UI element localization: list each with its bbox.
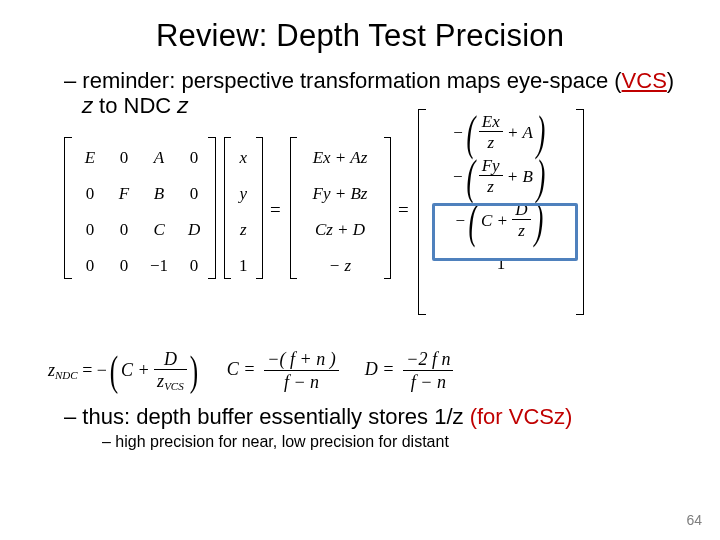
highlight-box [432,203,578,261]
bullet-thus: thus: depth buffer essentially stores 1/… [34,404,686,429]
bullet-reminder-text-a: reminder: perspective transformation map… [82,68,621,93]
vcs-underlined: VCS [622,68,667,93]
d-formula: D = −2 f nf − n [365,349,454,393]
input-vector: x y z 1 [231,139,256,285]
vec-mid-bracket-left [290,137,297,279]
bullet-reminder-text-b: ) [667,68,674,93]
z-ndc-formula: zNDC = −(C + DzVCS) [48,349,201,394]
bullet-thus-text: thus: depth buffer essentially stores 1/… [82,404,469,429]
ndc-row-0: −( Exz + A) [426,111,576,155]
equals-2: = [398,199,409,221]
bullet-reminder: reminder: perspective transformation map… [34,68,686,119]
bullet-thus-red: (for VCSz) [470,404,573,429]
equals-1: = [270,199,281,221]
vec-in-bracket-left [224,137,231,279]
vec-mid-bracket-right [384,137,391,279]
z-italic-1: z [82,93,93,118]
projection-matrix: E0A0 0FB0 00CD 00−10 [72,139,212,285]
equation-area: E0A0 0FB0 00CD 00−10 x y z 1 = Ex + Az F… [34,125,686,335]
page-number: 64 [686,512,702,528]
matrix-bracket-left [64,137,72,279]
homogeneous-vector: Ex + Az Fy + Bz Cz + D − z [297,139,383,285]
rhs-bracket-left [418,109,426,315]
c-formula: C = −( f + n )f − n [227,349,339,393]
formula-row: zNDC = −(C + DzVCS) C = −( f + n )f − n … [48,349,686,394]
ndc-row-1: −( Fyz + B) [426,155,576,199]
slide-body: Review: Depth Test Precision reminder: p… [0,0,720,451]
vec-in-bracket-right [256,137,263,279]
z-italic-2: z [177,93,188,118]
slide-title: Review: Depth Test Precision [34,18,686,54]
bullet-precision: high precision for near, low precision f… [34,433,686,451]
bullet-reminder-text-c: to NDC [93,93,177,118]
